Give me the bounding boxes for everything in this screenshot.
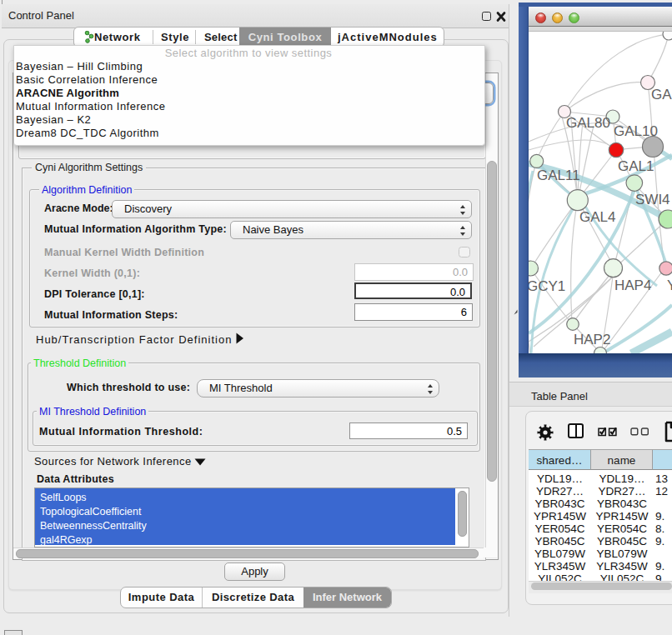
svg-text:SWI4: SWI4	[635, 192, 670, 208]
svg-text:HAP4: HAP4	[614, 278, 651, 293]
svg-text:GAL1: GAL1	[618, 158, 654, 174]
svg-text:GAL: GAL	[651, 87, 672, 102]
svg-text:GAL80: GAL80	[566, 115, 610, 131]
svg-text:GAL10: GAL10	[614, 123, 658, 139]
svg-text:GCY1: GCY1	[529, 278, 565, 294]
svg-text:GAL4: GAL4	[579, 209, 615, 225]
svg-text:GAL11: GAL11	[537, 168, 580, 183]
svg-text:HAP2: HAP2	[574, 332, 610, 348]
svg-text:Y: Y	[667, 278, 672, 293]
